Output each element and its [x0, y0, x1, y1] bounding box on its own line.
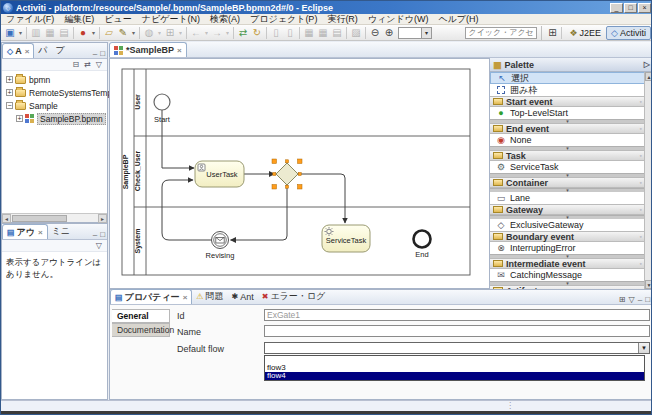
tab-close-icon[interactable]: ×	[183, 293, 188, 302]
minimize-view-icon[interactable]: –	[638, 295, 642, 304]
forward-icon[interactable]: →	[210, 26, 224, 40]
edit-dropdown-icon[interactable]: ▾	[130, 26, 137, 40]
tree-item-bpmn[interactable]: + bpmn	[2, 73, 107, 86]
zoom-level-combo[interactable]: ▾	[398, 27, 432, 39]
end-event[interactable]	[414, 231, 431, 248]
table-icon[interactable]: ▤	[330, 26, 344, 40]
open-perspective-icon[interactable]: ⊞	[545, 26, 559, 40]
start-event[interactable]	[154, 94, 170, 110]
minimize-button[interactable]: _	[610, 3, 623, 13]
link-icon[interactable]: ⇄	[236, 26, 250, 40]
scroll-down-icon[interactable]: ▼	[645, 280, 652, 289]
drawer-pin-icon[interactable]: ◦	[640, 233, 642, 240]
maximize-button[interactable]: □	[624, 3, 637, 13]
new-dropdown-icon[interactable]: ▾	[17, 26, 24, 40]
maximize-view-icon[interactable]: □	[645, 295, 650, 304]
scroll-left-icon[interactable]: ◂	[2, 214, 11, 223]
perspective-j2ee-button[interactable]: ❖ J2EE	[565, 27, 605, 39]
zoom-combo-arrow-icon[interactable]: ▾	[421, 28, 431, 38]
tree-item-samplebp-bpmn[interactable]: + SampleBP.bpmn	[2, 112, 107, 125]
tab-outline[interactable]: ▤ アウ ×	[2, 224, 48, 239]
save-icon[interactable]: ▥	[29, 26, 43, 40]
maximize-view-icon[interactable]: □	[100, 49, 105, 58]
palette-tool-marquee[interactable]: 囲み枠	[490, 84, 645, 96]
new-view-icon[interactable]: ⊞	[619, 295, 626, 304]
tab-minimap[interactable]: ミニ	[48, 224, 74, 239]
link-editor-icon[interactable]: ⇄	[84, 60, 91, 69]
palette-category-task[interactable]: Task ◦	[490, 150, 645, 161]
new-class-dropdown-icon[interactable]: ▾	[156, 26, 163, 40]
drawer-pin-icon[interactable]: ◦	[640, 179, 642, 186]
zoom-in-icon[interactable]: ⊕	[382, 26, 396, 40]
open-folder-icon[interactable]: ▱	[102, 26, 116, 40]
section-tab-general[interactable]: General	[112, 309, 170, 323]
combo-arrow-icon[interactable]: ▼	[638, 343, 649, 353]
dropdown-option-empty[interactable]	[265, 356, 644, 364]
tab-project-explorer[interactable]: プ	[52, 43, 69, 58]
tab-properties[interactable]: ▤ プロパティー ×	[110, 289, 192, 304]
edit-icon[interactable]: ✎	[116, 26, 130, 40]
quick-access-input[interactable]	[465, 27, 537, 39]
menu-edit[interactable]: 編集(E)	[59, 13, 99, 26]
tab-close-icon[interactable]: ×	[177, 46, 182, 55]
menu-help[interactable]: ヘルプ(H)	[433, 13, 483, 26]
grid2-icon[interactable]: ▦	[316, 26, 330, 40]
name-field[interactable]	[264, 325, 650, 337]
dropdown-option-flow4[interactable]: flow4	[265, 372, 644, 380]
view-menu-icon[interactable]: ▽	[96, 60, 102, 69]
drawer-pin-icon[interactable]: ◦	[640, 125, 642, 132]
collapse-all-icon[interactable]: ⊟	[72, 60, 79, 69]
service-task[interactable]: ServiceTask	[322, 225, 370, 252]
tree-item-remote-systems[interactable]: + RemoteSystemsTempFiles	[2, 86, 107, 99]
menu-search[interactable]: 検索(A)	[205, 13, 245, 26]
palette-category-intermediate-event[interactable]: Intermediate event ◦	[490, 258, 645, 269]
image-icon[interactable]: ▨	[349, 26, 363, 40]
palette-header[interactable]: ▦ Palette ▷	[490, 58, 652, 72]
scroll-up-icon[interactable]: ▲	[645, 72, 652, 81]
id-field[interactable]	[264, 309, 650, 321]
palette-item-lane[interactable]: ▭ Lane	[490, 192, 645, 204]
menu-view[interactable]: ビュー	[99, 13, 136, 26]
maximize-view-icon[interactable]: □	[100, 230, 105, 239]
palette-pin-icon[interactable]: ▷	[644, 60, 650, 69]
new-class-icon[interactable]: ◍	[142, 26, 156, 40]
tab-close-icon[interactable]: ×	[25, 47, 30, 56]
user-task[interactable]: UserTask	[195, 161, 244, 187]
back-icon[interactable]: ←	[189, 26, 203, 40]
expander-icon[interactable]: +	[6, 89, 13, 96]
view-menu-icon[interactable]: ▽	[96, 241, 102, 250]
palette-category-boundary-event[interactable]: Boundary event ◦	[490, 231, 645, 242]
menu-run[interactable]: 実行(R)	[322, 13, 363, 26]
minimize-view-icon[interactable]: –	[93, 230, 97, 239]
zoom-out-icon[interactable]: ⊖	[368, 26, 382, 40]
tree-item-sample[interactable]: − Sample	[2, 99, 107, 112]
tab-error-log[interactable]: ✖ エラー・ログ	[258, 289, 330, 304]
bpmn-canvas[interactable]: SampleBP User Check_User System Start	[110, 59, 490, 290]
menu-window[interactable]: ウィンドウ(W)	[363, 13, 434, 26]
copy-icon[interactable]: ▯	[283, 26, 297, 40]
tab-activiti-explorer[interactable]: ◇ A ×	[2, 43, 34, 58]
close-button[interactable]: ×	[638, 3, 651, 13]
exclusive-gateway[interactable]	[272, 159, 302, 189]
palette-category-end-event[interactable]: End event ◦	[490, 123, 645, 134]
palette-item-exclusive-gateway[interactable]: ◇ ExclusiveGateway	[490, 219, 645, 231]
forward-dropdown-icon[interactable]: ▾	[224, 26, 231, 40]
editor-tab-samplebp[interactable]: *SampleBP ×	[109, 42, 187, 57]
new-package-dropdown-icon[interactable]: ▾	[177, 26, 184, 40]
back-dropdown-icon[interactable]: ▾	[203, 26, 210, 40]
run-dropdown-icon[interactable]: ▾	[90, 26, 97, 40]
perspective-activiti-button[interactable]: ◇ Activiti	[606, 26, 651, 40]
drawer-pin-icon[interactable]: ◦	[640, 260, 642, 267]
grid-icon[interactable]: ▦	[302, 26, 316, 40]
dropdown-option-flow3[interactable]: flow3	[265, 364, 644, 372]
minimize-view-icon[interactable]: –	[93, 49, 97, 58]
menu-navigate[interactable]: ナビゲート(N)	[137, 13, 205, 26]
scrollbar-thumb[interactable]	[12, 215, 67, 222]
new-package-icon[interactable]: ⊞	[163, 26, 177, 40]
print-icon[interactable]: ▤	[57, 26, 71, 40]
palette-tool-select[interactable]: ↖ 選択	[490, 72, 645, 84]
statusbar-grip-icon[interactable]: ⋮	[506, 401, 514, 410]
tab-ant[interactable]: ✱ Ant	[227, 289, 257, 304]
menu-project[interactable]: プロジェクト(P)	[245, 13, 322, 26]
scroll-right-icon[interactable]: ▸	[98, 214, 107, 223]
